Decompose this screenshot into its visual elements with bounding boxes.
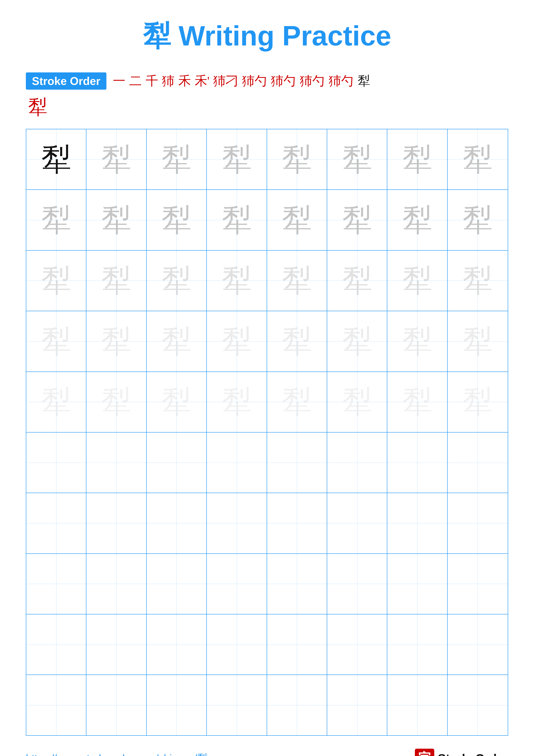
grid-cell[interactable]	[147, 675, 207, 735]
grid-row-2: 犁 犁 犁 犁 犁 犁 犁 犁	[26, 190, 508, 251]
practice-char: 犁	[101, 145, 131, 175]
grid-cell: 犁	[267, 190, 327, 250]
grid-cell[interactable]	[26, 493, 87, 553]
grid-row-3: 犁 犁 犁 犁 犁 犁 犁 犁	[26, 251, 508, 311]
practice-char: 犁	[41, 387, 71, 417]
practice-char: 犁	[41, 326, 71, 357]
grid-cell: 犁	[26, 251, 87, 311]
practice-char: 犁	[402, 326, 432, 357]
practice-char: 犁	[402, 265, 432, 296]
grid-cell[interactable]	[267, 614, 327, 675]
grid-cell: 犁	[447, 190, 508, 250]
grid-cell[interactable]	[267, 433, 327, 493]
grid-cell: 犁	[387, 372, 447, 432]
grid-cell[interactable]	[387, 554, 447, 614]
char-below: 犁	[28, 96, 47, 118]
stroke-order-section: Stroke Order 一 二 千 犻 禾 禾' 犻刁 犻勺 犻勺 犻勺 犻勺…	[26, 72, 508, 120]
practice-char: 犁	[161, 205, 191, 235]
stroke-9: 犻勺	[271, 73, 296, 90]
strokeorder-logo-icon: 字	[415, 749, 434, 756]
grid-cell[interactable]	[26, 554, 87, 614]
grid-cell: 犁	[147, 372, 207, 432]
grid-row-4: 犁 犁 犁 犁 犁 犁 犁 犁	[26, 311, 508, 372]
grid-cell[interactable]	[267, 493, 327, 553]
grid-cell: 犁	[26, 190, 87, 250]
grid-cell[interactable]	[207, 433, 267, 493]
practice-char: 犁	[41, 205, 71, 235]
stroke-order-badge: Stroke Order	[26, 72, 106, 90]
grid-cell[interactable]	[327, 614, 387, 675]
grid-cell[interactable]	[447, 554, 508, 614]
practice-char: 犁	[222, 205, 252, 235]
grid-cell: 犁	[26, 311, 87, 371]
grid-cell[interactable]	[207, 614, 267, 675]
grid-cell[interactable]	[207, 493, 267, 553]
stroke-3: 千	[146, 73, 158, 90]
grid-cell[interactable]	[387, 675, 447, 735]
grid-cell[interactable]	[387, 614, 447, 675]
grid-row-9	[26, 614, 508, 675]
grid-row-5: 犁 犁 犁 犁 犁 犁 犁 犁	[26, 372, 508, 433]
footer-logo: 字 StrokeOrder	[415, 749, 508, 756]
grid-cell[interactable]	[327, 493, 387, 553]
grid-cell[interactable]	[26, 433, 87, 493]
stroke-6: 禾'	[195, 73, 209, 90]
grid-cell: 犁	[26, 129, 87, 189]
grid-cell: 犁	[207, 190, 267, 250]
grid-cell: 犁	[207, 311, 267, 371]
char-below-row: 犁	[26, 94, 508, 120]
practice-char: 犁	[402, 145, 432, 175]
practice-char: 犁	[161, 387, 191, 417]
grid-cell: 犁	[87, 311, 146, 371]
grid-cell[interactable]	[87, 554, 146, 614]
stroke-order-row: Stroke Order 一 二 千 犻 禾 禾' 犻刁 犻勺 犻勺 犻勺 犻勺…	[26, 72, 508, 90]
grid-cell[interactable]	[87, 675, 146, 735]
grid-cell[interactable]	[447, 493, 508, 553]
grid-cell[interactable]	[147, 554, 207, 614]
practice-char: 犁	[463, 326, 493, 357]
practice-char: 犁	[463, 145, 493, 175]
grid-cell[interactable]	[387, 493, 447, 553]
grid-cell: 犁	[327, 129, 387, 189]
grid-cell[interactable]	[447, 675, 508, 735]
grid-cell[interactable]	[147, 614, 207, 675]
practice-char: 犁	[101, 265, 131, 296]
practice-char: 犁	[342, 265, 372, 296]
stroke-4: 犻	[162, 73, 174, 90]
grid-cell: 犁	[267, 129, 327, 189]
practice-char: 犁	[342, 205, 372, 235]
grid-cell[interactable]	[26, 614, 87, 675]
practice-char: 犁	[101, 205, 131, 235]
grid-cell[interactable]	[207, 554, 267, 614]
stroke-5: 禾	[178, 73, 191, 90]
stroke-11: 犻勺	[329, 73, 354, 90]
grid-cell[interactable]	[327, 675, 387, 735]
grid-cell[interactable]	[147, 493, 207, 553]
grid-cell[interactable]	[87, 433, 146, 493]
stroke-10: 犻勺	[300, 73, 325, 90]
grid-cell[interactable]	[267, 675, 327, 735]
practice-char: 犁	[463, 387, 493, 417]
grid-cell: 犁	[327, 372, 387, 432]
practice-char: 犁	[161, 265, 191, 296]
grid-cell[interactable]	[147, 433, 207, 493]
grid-cell[interactable]	[87, 614, 146, 675]
grid-cell[interactable]	[26, 675, 87, 735]
practice-grid: 犁 犁 犁 犁 犁 犁 犁 犁 犁 犁 犁 犁 犁 犁 犁 犁 犁 犁 犁 犁 …	[26, 129, 508, 736]
grid-cell[interactable]	[327, 554, 387, 614]
grid-cell[interactable]	[387, 433, 447, 493]
grid-cell: 犁	[447, 311, 508, 371]
grid-cell[interactable]	[447, 614, 508, 675]
grid-cell[interactable]	[327, 433, 387, 493]
grid-cell: 犁	[387, 190, 447, 250]
grid-cell[interactable]	[207, 675, 267, 735]
grid-cell[interactable]	[267, 554, 327, 614]
page: 犁 Writing Practice Stroke Order 一 二 千 犻 …	[0, 0, 534, 756]
grid-cell: 犁	[87, 129, 146, 189]
grid-cell: 犁	[327, 251, 387, 311]
title-text: Writing Practice	[171, 20, 391, 51]
grid-cell: 犁	[327, 311, 387, 371]
grid-cell[interactable]	[87, 493, 146, 553]
stroke-7: 犻刁	[213, 73, 238, 90]
grid-cell[interactable]	[447, 433, 508, 493]
